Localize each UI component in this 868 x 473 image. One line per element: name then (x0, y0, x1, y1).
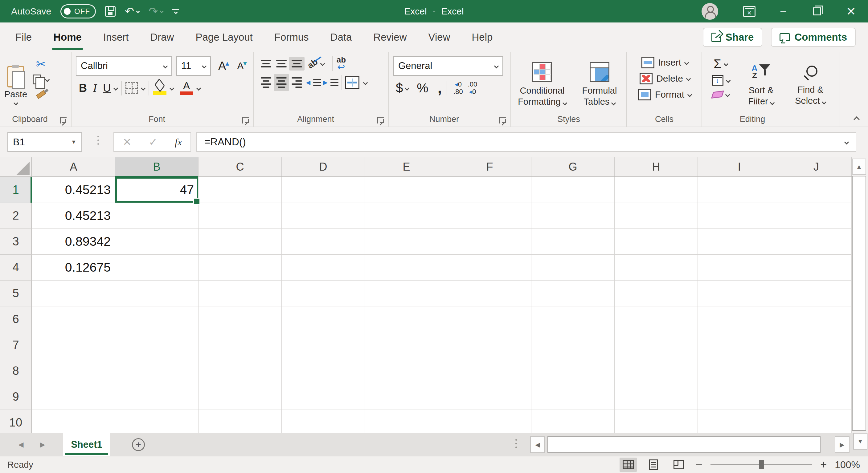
currency-button[interactable]: $ (393, 81, 405, 96)
cell-F6[interactable] (448, 306, 531, 332)
alignment-dialog-launcher[interactable] (377, 117, 384, 124)
cell-D8[interactable] (282, 358, 365, 384)
cell-G4[interactable] (531, 255, 615, 280)
new-sheet-button[interactable]: + (132, 438, 145, 451)
cell-F10[interactable] (448, 410, 531, 433)
insert-cells-button[interactable]: Insert (631, 57, 699, 68)
horizontal-scroll-thumb[interactable] (548, 436, 820, 453)
align-left-button[interactable] (258, 74, 274, 91)
sort-filter-button[interactable]: AZ Sort & Fiiter (738, 56, 784, 113)
cell-H2[interactable] (615, 203, 698, 229)
cell-I2[interactable] (698, 203, 781, 229)
cell-D10[interactable] (282, 410, 365, 433)
cell-E7[interactable] (365, 332, 448, 358)
increase-font-size-button[interactable]: A▲ (218, 60, 226, 72)
zoom-slider-handle[interactable] (759, 460, 764, 469)
tab-insert[interactable]: Insert (101, 30, 131, 44)
cell-I6[interactable] (698, 306, 781, 332)
cell-C5[interactable] (198, 280, 282, 306)
cell-E4[interactable] (365, 255, 448, 280)
format-cells-button[interactable]: Format (631, 89, 699, 100)
cell-C2[interactable] (198, 203, 282, 229)
row-header-1[interactable]: 1 (0, 177, 32, 203)
cell-F4[interactable] (448, 255, 531, 280)
cell-G1[interactable] (531, 177, 615, 203)
cell-E6[interactable] (365, 306, 448, 332)
fill-color-button[interactable] (153, 81, 166, 95)
column-header-E[interactable]: E (365, 157, 448, 176)
cell-I10[interactable] (698, 410, 781, 433)
cell-J1[interactable] (781, 177, 852, 203)
cancel-formula-button[interactable]: ✕ (123, 136, 132, 148)
row-header-5[interactable]: 5 (0, 280, 32, 306)
tabbar-splitter[interactable] (516, 439, 517, 448)
number-format-combo[interactable]: General (393, 56, 503, 76)
cell-C4[interactable] (198, 255, 282, 280)
cell-B9[interactable] (115, 384, 198, 410)
zoom-slider[interactable] (711, 460, 812, 469)
cell-C10[interactable] (198, 410, 282, 433)
undo-button[interactable]: ↶ (125, 6, 139, 17)
user-avatar[interactable] (702, 3, 718, 20)
column-header-B[interactable]: B (115, 157, 198, 176)
expand-formula-bar-icon[interactable] (844, 139, 849, 144)
cell-B5[interactable] (115, 280, 198, 306)
cell-I9[interactable] (698, 384, 781, 410)
clear-button[interactable] (707, 91, 735, 98)
cell-I8[interactable] (698, 358, 781, 384)
cut-button[interactable]: ✂ (33, 59, 49, 70)
tab-help[interactable]: Help (470, 30, 494, 44)
column-header-D[interactable]: D (282, 157, 365, 176)
cell-J2[interactable] (781, 203, 852, 229)
cell-F3[interactable] (448, 229, 531, 255)
tab-data[interactable]: Data (329, 30, 354, 44)
cell-I4[interactable] (698, 255, 781, 280)
cell-I7[interactable] (698, 332, 781, 358)
page-layout-view-button[interactable] (645, 458, 662, 472)
name-box[interactable]: B1 ▼ (7, 132, 82, 152)
cell-F2[interactable] (448, 203, 531, 229)
cell-J5[interactable] (781, 280, 852, 306)
cell-B10[interactable] (115, 410, 198, 433)
cell-B6[interactable] (115, 306, 198, 332)
row-header-9[interactable]: 9 (0, 384, 32, 410)
column-header-G[interactable]: G (531, 157, 615, 176)
bottom-align-button[interactable] (289, 57, 305, 70)
cell-J10[interactable] (781, 410, 852, 433)
cell-A9[interactable] (32, 384, 115, 410)
clipboard-dialog-launcher[interactable] (60, 117, 67, 124)
cell-A8[interactable] (32, 358, 115, 384)
tab-view[interactable]: View (427, 30, 452, 44)
scroll-left-button[interactable]: ◀ (530, 436, 545, 453)
cell-D9[interactable] (282, 384, 365, 410)
cell-J8[interactable] (781, 358, 852, 384)
cell-C3[interactable] (198, 229, 282, 255)
cell-E9[interactable] (365, 384, 448, 410)
tab-formus[interactable]: Formus (273, 30, 311, 44)
italic-button[interactable]: I (90, 81, 100, 95)
cell-E3[interactable] (365, 229, 448, 255)
normal-view-button[interactable] (620, 458, 637, 472)
font-dialog-launcher[interactable] (242, 117, 249, 124)
top-align-button[interactable] (258, 57, 274, 70)
cell-D5[interactable] (282, 280, 365, 306)
increase-decimal-button[interactable]: ◂0 .80 (451, 81, 465, 96)
collapse-ribbon-button[interactable] (854, 116, 860, 123)
vertical-scroll-thumb[interactable] (852, 176, 866, 431)
cell-J9[interactable] (781, 384, 852, 410)
cell-D7[interactable] (282, 332, 365, 358)
cell-C1[interactable] (198, 177, 282, 203)
cell-A4[interactable]: 0.12675 (32, 255, 115, 280)
row-header-4[interactable]: 4 (0, 255, 32, 280)
cell-C6[interactable] (198, 306, 282, 332)
orientation-button[interactable]: ab (305, 57, 321, 70)
tab-file[interactable]: File (13, 30, 34, 44)
wrap-text-button[interactable]: ab↩ (337, 56, 346, 71)
cell-E2[interactable] (365, 203, 448, 229)
middle-align-button[interactable] (274, 57, 289, 70)
cell-I1[interactable] (698, 177, 781, 203)
row-header-3[interactable]: 3 (0, 229, 32, 255)
cell-B4[interactable] (115, 255, 198, 280)
sheet-tab-sheet1[interactable]: Sheet1 (63, 433, 110, 456)
row-header-8[interactable]: 8 (0, 358, 32, 384)
